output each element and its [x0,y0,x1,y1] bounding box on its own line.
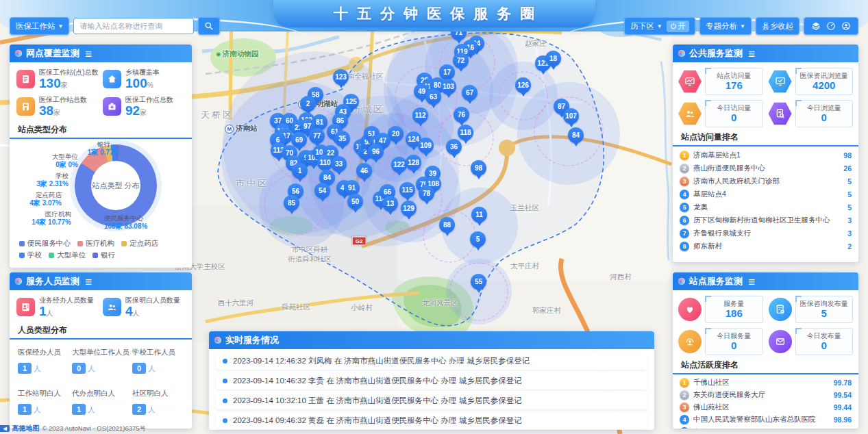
rank-medal-icon: 2 [680,390,689,400]
map-label: 玉兰社区 [510,203,539,213]
ranking-row[interactable]: 1千佛山社区99.78 [680,376,852,389]
rank-medal-icon: 1 [680,378,689,387]
map-pin[interactable]: 50 [347,194,363,209]
medkit-icon [103,97,121,116]
ranking-row[interactable]: 3佛山苑社区99.44 [680,401,852,413]
ranking-row[interactable]: 6历下区甸柳新村街道甸柳社区卫生服务中心3 [680,214,852,227]
map-pin[interactable]: 107 [563,108,579,124]
hamburger-icon[interactable]: ≣ [748,277,756,287]
user-circle-icon[interactable] [841,21,851,31]
service-record-row[interactable]: 2023-09-14 10:32:10 王蕾 在 济南市燕山街道便民服务中心 办… [216,392,647,409]
map-pin[interactable]: 123 [333,69,349,85]
service-record-row[interactable]: 2023-09-14 09:46:32 黄磊 在 济南市燕山街道便民服务中心 办… [216,412,647,429]
map-label: 舜苑社区 [282,303,310,312]
legend-item[interactable]: 学校 [19,251,42,260]
map-pin[interactable]: 85 [284,195,299,211]
analysis-menu-button[interactable]: 专题分析▼ [699,17,752,35]
ranking-row[interactable]: 8师东新村2 [680,240,852,253]
map-pin[interactable]: 115 [399,182,415,198]
ranking-row[interactable]: 4基层站点45 [680,188,852,201]
search-input[interactable] [73,18,194,34]
visits-ranking-title: 站点访问量排名 [673,130,858,146]
station-type-select[interactable]: 医保工作站▼ [10,17,69,35]
map-pin[interactable]: 2 [300,96,316,112]
panel-dot-icon [214,337,221,344]
map-pin[interactable]: 128 [406,155,421,170]
chevron-down-icon: ▼ [58,23,64,29]
map-label: 天桥区 [201,109,234,121]
map-pin[interactable]: 84 [568,127,584,143]
chart-legend: 便民服务中心医疗机构定点药店学校大型单位银行 [10,235,192,260]
rank-number-icon: 6 [680,216,689,225]
map-pin[interactable]: 35 [334,131,350,146]
map-pin[interactable]: 122 [391,157,407,173]
map-pin[interactable]: 112 [412,107,428,123]
ranking-row[interactable]: 5龙奥5 [680,201,852,214]
map-label: 南全福社区 [347,72,384,81]
panel-header: 网点覆盖监测 ≣ [10,44,192,62]
staff-type-item: 工作站明白人1人 [18,389,69,415]
map-pin[interactable]: 33 [331,156,347,172]
ranking-row[interactable]: 7齐鲁银行泉城支行3 [680,227,852,240]
service-record-row[interactable]: 2023-09-14 12:46:32 刘凤梅 在 济南市燕山街道便民服务中心 … [216,353,647,370]
map-pin[interactable]: 77 [309,128,325,144]
legend-item[interactable]: 医疗机构 [77,239,114,248]
map-pin[interactable]: 13 [382,196,398,212]
panel-dot-icon [678,50,685,57]
map-pin[interactable]: 129 [401,201,417,216]
donut-callout-service-center: 便民服务中心108家 83.08% [104,214,190,230]
amap-logo: 高德地图 [12,424,39,433]
collapse-button[interactable]: 县乡收起 [756,17,799,35]
legend-item[interactable]: 大型单位 [49,251,86,260]
legend-swatch [19,241,25,246]
power-toggle[interactable]: 开 [667,21,690,32]
map-pin[interactable]: 63 [425,89,441,105]
panel-dot-icon [678,278,685,285]
map-pin[interactable]: 67 [462,85,478,101]
map-pin[interactable]: 5 [470,231,486,247]
donut-callout-pharmacy: 定点药店4家 3.07% [10,191,62,207]
search-button[interactable] [198,17,220,35]
ranking-row[interactable]: 3济南市人民政府机关门诊部5 [680,175,852,188]
map-pin[interactable]: 69 [291,132,307,148]
map-pin[interactable]: 88 [439,217,455,233]
panel-dot-icon [15,50,22,57]
map-pin[interactable]: 78 [419,186,434,201]
map-pin[interactable]: 103 [441,79,456,94]
ranking-row[interactable]: 5龙奥98.9 [680,426,852,429]
legend-item[interactable]: 便民服务中心 [19,239,71,248]
map-pin[interactable]: 54 [314,183,330,199]
map-pin[interactable]: 109 [418,138,434,153]
map-pin[interactable]: 126 [515,77,531,93]
map-pin[interactable]: 11 [471,207,487,222]
hamburger-icon[interactable]: ≣ [748,49,756,59]
map-pin[interactable]: 1 [292,163,308,179]
map-pin[interactable]: 36 [446,139,462,155]
hamburger-icon[interactable]: ≣ [85,49,92,59]
ranking-row[interactable]: 2东关街道便民服务大厅99.54 [680,389,852,401]
ranking-row[interactable]: 2燕山街道便民服务中心26 [680,162,852,175]
gauge-icon[interactable] [826,21,836,31]
map-pin[interactable]: 72 [453,53,469,68]
donut-center-label: 站点类型 分布 [91,161,140,210]
legend-item[interactable]: 银行 [92,251,115,260]
map-pin[interactable]: 55 [471,274,486,290]
map-pin[interactable]: 96 [368,144,384,159]
ranking-row[interactable]: 4中国人民武装警察部队山东省总队医院98.96 [680,413,852,426]
service-record-row[interactable]: 2023-09-14 10:46:32 李贵 在 济南市燕山街道便民服务中心 办… [216,372,647,390]
map-pin[interactable]: 17 [439,64,455,80]
staff-type-item: 医保经办人员1人 [18,348,69,374]
hamburger-icon[interactable]: ≣ [85,277,92,287]
map-pin[interactable]: 98 [471,160,486,176]
ranking-row[interactable]: 1济南基层站点198 [680,149,852,162]
panel-header: 站点服务监测 ≣ [673,272,858,290]
legend-item[interactable]: 定点药店 [121,239,158,248]
panel-title: 网点覆盖监测 [26,47,79,60]
layers-icon[interactable] [811,21,821,31]
map-pin[interactable]: 118 [458,125,473,140]
district-select[interactable]: 历下区▼ 开 [624,17,695,35]
map-pin[interactable]: 18 [545,51,561,66]
stat-today-visits: 今日访问量0 [678,100,763,127]
map-label: 赵家庄 [525,39,547,49]
map-pin[interactable]: 76 [454,107,469,123]
